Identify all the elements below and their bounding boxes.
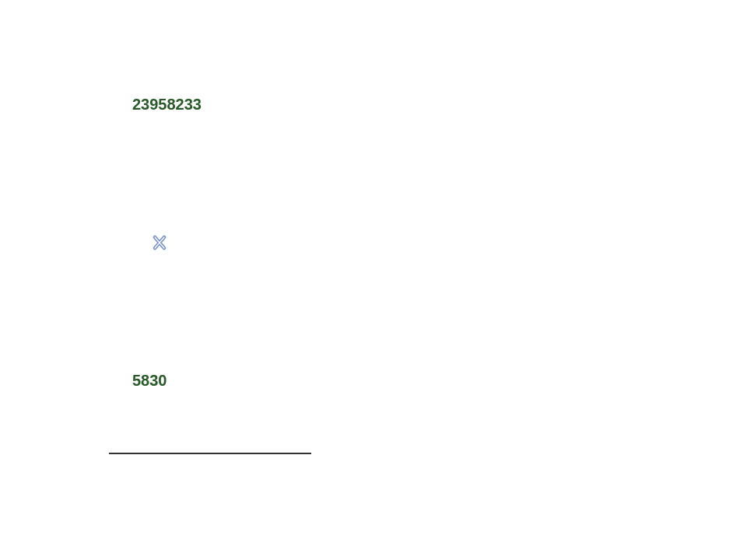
- times-icon: [153, 199, 178, 286]
- operator-row: [109, 181, 747, 304]
- long-multiplication: 23958233 5830 00000000 ( = 23958233 0 ): [0, 0, 747, 560]
- rule-1: [109, 453, 311, 454]
- multiplicand: 23958233: [109, 96, 747, 114]
- times-icon: [371, 532, 397, 560]
- multiplier: 5830: [109, 372, 747, 390]
- partial-row-0: 00000000 ( = 23958233 0 ): [109, 532, 747, 560]
